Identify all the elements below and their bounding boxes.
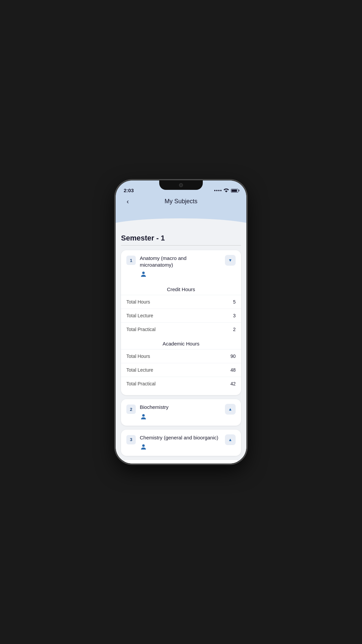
semester-divider (121, 245, 241, 246)
subject-name-2: Biochemistry (140, 404, 221, 411)
row-value: 48 (230, 367, 236, 373)
svg-point-1 (142, 414, 144, 416)
battery-icon (231, 189, 238, 193)
subject-name-3: Chemistry (general and bioorganic) (140, 434, 221, 441)
row-label: Total Hours (126, 354, 150, 359)
front-camera (179, 183, 183, 187)
row-value: 2 (233, 327, 236, 332)
user-icon-2 (140, 413, 221, 422)
subject-name-1: Anatomy (macro and microanatomy) (140, 255, 221, 268)
credit-hours-title: Credit Hours (121, 283, 241, 295)
credit-row: Total Practical 2 (121, 322, 241, 336)
subject-card-1: 1 Anatomy (macro and microanatomy) ▼ Cre… (121, 250, 241, 395)
subject-info-3: Chemistry (general and bioorganic) (140, 434, 221, 453)
subject-header-1: 1 Anatomy (macro and microanatomy) ▼ (121, 250, 241, 283)
academic-row: Total Practical 42 (121, 377, 241, 390)
toggle-arrow-icon-1: ▼ (228, 258, 232, 263)
user-icon-3 (140, 443, 221, 452)
status-icons (214, 188, 238, 193)
phone-screen: 2:03 ‹ (116, 180, 246, 464)
subject-number-3: 3 (126, 435, 136, 444)
subject-number-1: 1 (126, 256, 136, 265)
semester-title: Semester - 1 (121, 228, 241, 245)
subject-header-2: 2 Biochemistry ▲ (121, 399, 241, 426)
row-label: Total Lecture (126, 367, 153, 373)
row-value: 5 (233, 299, 236, 305)
status-time: 2:03 (124, 187, 134, 193)
row-value: 42 (230, 381, 236, 386)
page-header: ‹ My Subjects (116, 195, 246, 218)
credit-row: Total Lecture 3 (121, 309, 241, 322)
back-arrow-icon: ‹ (127, 198, 129, 205)
notch (159, 180, 203, 190)
phone-frame: 2:03 ‹ (116, 180, 246, 464)
toggle-arrow-icon-2: ▲ (228, 407, 232, 412)
row-value: 90 (230, 354, 236, 359)
subject-header-3: 3 Chemistry (general and bioorganic) ▲ (121, 430, 241, 456)
subject-header-4: 4 Clinical training: Early introduction … (121, 460, 241, 464)
signal-icon (214, 190, 222, 191)
page-title: My Subjects (165, 198, 197, 205)
subject-expanded: Credit Hours Total Hours 5 Total Lecture… (121, 283, 241, 395)
wave-divider (116, 218, 246, 228)
subject-number-2: 2 (126, 405, 136, 414)
wifi-icon (224, 188, 229, 193)
credit-row: Total Hours 5 (121, 295, 241, 309)
user-icon-1 (140, 271, 221, 280)
academic-row: Total Lecture 48 (121, 363, 241, 377)
row-label: Total Hours (126, 299, 150, 305)
subject-info-1: Anatomy (macro and microanatomy) (140, 255, 221, 280)
toggle-button-2[interactable]: ▲ (225, 404, 236, 415)
subject-info-2: Biochemistry (140, 404, 221, 422)
row-label: Total Practical (126, 381, 156, 386)
svg-point-2 (142, 444, 144, 447)
subjects-list: 1 Anatomy (macro and microanatomy) ▼ Cre… (121, 250, 241, 464)
subject-card-3: 3 Chemistry (general and bioorganic) ▲ (121, 430, 241, 456)
toggle-button-1[interactable]: ▼ (225, 255, 236, 266)
academic-row: Total Hours 90 (121, 349, 241, 363)
academic-hours-title: Academic Hours (121, 337, 241, 349)
content-area[interactable]: Semester - 1 1 Anatomy (macro and microa… (116, 228, 246, 464)
subject-card-4: 4 Clinical training: Early introduction … (121, 460, 241, 464)
row-label: Total Practical (126, 327, 156, 332)
toggle-button-3[interactable]: ▲ (225, 434, 236, 445)
row-value: 3 (233, 313, 236, 318)
svg-point-0 (142, 272, 144, 274)
toggle-arrow-icon-3: ▲ (228, 437, 232, 442)
subject-card-2: 2 Biochemistry ▲ (121, 399, 241, 426)
row-label: Total Lecture (126, 313, 153, 318)
back-button[interactable]: ‹ (122, 196, 133, 207)
